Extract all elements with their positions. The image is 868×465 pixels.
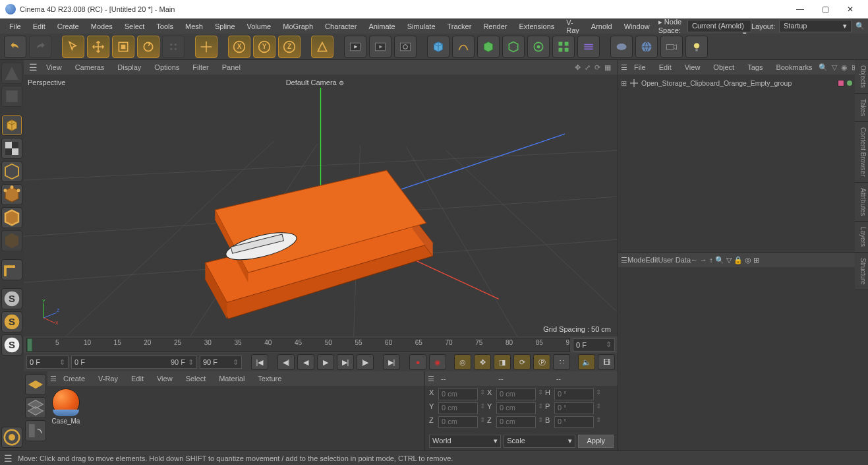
polygon-mode-button[interactable] xyxy=(1,230,22,251)
attr-new-icon[interactable]: ⊞ xyxy=(753,256,759,264)
step-back-button[interactable]: ◀ xyxy=(297,354,314,370)
record-button[interactable]: ● xyxy=(409,354,426,370)
attr-menu-icon[interactable]: ☰ xyxy=(621,256,627,264)
obj-menu-object[interactable]: Object xyxy=(707,61,741,73)
cube-primitive-button[interactable] xyxy=(427,36,449,58)
light-button[interactable] xyxy=(685,36,708,58)
play-button[interactable]: ▶ xyxy=(317,354,334,370)
menu-spline[interactable]: Spline xyxy=(209,20,241,32)
search-icon[interactable]: 🔍 xyxy=(855,22,865,30)
obj-eye-icon[interactable]: ◉ xyxy=(841,63,848,72)
mat-menu-vray[interactable]: V-Ray xyxy=(92,373,125,385)
material-preview-icon[interactable] xyxy=(52,388,80,416)
obj-menu-tags[interactable]: Tags xyxy=(741,61,769,73)
coord-stepper-icon[interactable]: ⇕ xyxy=(537,402,544,414)
menu-volume[interactable]: Volume xyxy=(241,20,277,32)
tab-takes[interactable]: Takes xyxy=(855,94,868,122)
tree-item-label[interactable]: Open_Storage_Clipboard_Orange_Empty_grou… xyxy=(641,79,792,87)
frame-max-field[interactable]: 90 F⇕ xyxy=(200,356,242,369)
frame-current-field[interactable]: 0 F⇕ xyxy=(26,356,69,369)
go-end-button[interactable]: ▶| xyxy=(383,354,400,370)
tree-tag-icon[interactable] xyxy=(838,80,844,86)
key-scale-button[interactable]: ◨ xyxy=(494,354,511,370)
coord-stepper-icon[interactable]: ⇕ xyxy=(479,388,486,400)
obj-menu-bookmarks[interactable]: Bookmarks xyxy=(769,61,819,73)
menu-edit[interactable]: Edit xyxy=(27,20,51,32)
instance-button[interactable] xyxy=(527,36,550,58)
axis-tool[interactable] xyxy=(195,36,217,58)
tree-expand-icon[interactable]: ⊞ xyxy=(621,79,627,88)
menu-character[interactable]: Character xyxy=(319,20,362,32)
mat-menu-create[interactable]: Create xyxy=(57,373,92,385)
object-tree[interactable]: ⊞ Open_Storage_Clipboard_Orange_Empty_gr… xyxy=(618,75,855,253)
status-menu-icon[interactable]: ☰ xyxy=(4,453,13,464)
mat-menu-select[interactable]: Select xyxy=(179,373,213,385)
viewport-menu-icon[interactable]: ☰ xyxy=(26,62,40,73)
coord-menu-icon[interactable]: ☰ xyxy=(428,375,434,383)
step-fwd-button[interactable]: ▶| xyxy=(337,354,354,370)
workplane-mode-button[interactable] xyxy=(1,161,22,182)
model-mode-button[interactable] xyxy=(1,86,22,107)
maximize-button[interactable]: ▢ xyxy=(813,0,838,18)
texture-mode-button[interactable] xyxy=(1,138,22,159)
mat-menu-edit[interactable]: Edit xyxy=(125,373,150,385)
view-menu-view[interactable]: View xyxy=(40,61,69,73)
mat-menu-view[interactable]: View xyxy=(150,373,179,385)
field-button[interactable] xyxy=(577,36,600,58)
obj-filter-icon[interactable]: ▽ xyxy=(832,63,837,72)
tree-row[interactable]: ⊞ Open_Storage_Clipboard_Orange_Empty_gr… xyxy=(621,77,852,89)
coord-value-field[interactable]: 0 ° xyxy=(554,402,594,414)
range-start-field[interactable]: 0 F xyxy=(74,358,85,366)
menu-arnold[interactable]: Arnold xyxy=(585,20,618,32)
render-view-button[interactable] xyxy=(344,36,366,58)
coord-system-button[interactable] xyxy=(311,36,333,58)
attr-nav-back-icon[interactable]: ← xyxy=(691,256,698,264)
tab-content-browser[interactable]: Content Browser xyxy=(855,122,868,182)
go-nextkey-button[interactable]: |▶ xyxy=(357,354,374,370)
attr-target-icon[interactable]: ◎ xyxy=(745,256,751,264)
viewport-nav1-icon[interactable]: ✥ xyxy=(575,63,581,72)
tab-attributes[interactable]: Attributes xyxy=(855,183,868,222)
coord-apply-button[interactable]: Apply xyxy=(578,435,614,448)
subdivision-button[interactable] xyxy=(502,36,525,58)
timeline-ruler[interactable]: 051015202530354045505560657075808590 xyxy=(26,338,570,352)
last-tool[interactable] xyxy=(162,36,185,58)
layout-select[interactable]: Startup ▾ xyxy=(779,20,852,32)
material-menu-icon[interactable]: ☰ xyxy=(50,375,57,383)
rotate-tool[interactable] xyxy=(137,36,159,58)
menu-vray[interactable]: V-Ray xyxy=(560,16,585,36)
tab-layers[interactable]: Layers xyxy=(855,222,868,253)
snap-button[interactable]: S xyxy=(1,288,22,309)
x-axis-button[interactable]: X xyxy=(228,36,250,58)
obj-search-icon[interactable]: 🔍 xyxy=(819,63,828,72)
coord-value-field[interactable]: 0 ° xyxy=(554,416,594,428)
obj-menu-file[interactable]: File xyxy=(627,61,652,73)
go-prevkey-button[interactable]: ◀| xyxy=(277,354,295,370)
obj-menu-edit[interactable]: Edit xyxy=(652,61,678,73)
coord-value-field[interactable]: 0 ° xyxy=(554,388,594,400)
mat-menu-material[interactable]: Material xyxy=(212,373,251,385)
scale-tool[interactable] xyxy=(112,36,134,58)
key-param-button[interactable]: Ⓟ xyxy=(533,354,550,370)
attr-nav-fwd-icon[interactable]: → xyxy=(700,256,707,264)
camera-settings-icon[interactable]: ⚙ xyxy=(339,80,344,86)
coord-space-select[interactable]: World ▾ xyxy=(429,435,501,448)
workplane-snap-button[interactable]: S xyxy=(1,334,22,356)
obj-menu-view[interactable]: View xyxy=(678,61,707,73)
attr-menu-mode[interactable]: Mode xyxy=(627,256,646,264)
spline-primitive-button[interactable] xyxy=(452,36,475,58)
keyframe-sel-button[interactable]: ◎ xyxy=(454,354,471,370)
timeline-end-field[interactable]: 0 F⇕ xyxy=(573,338,615,352)
menu-tools[interactable]: Tools xyxy=(150,20,179,32)
undo-button[interactable] xyxy=(4,36,26,58)
key-rot-button[interactable]: ⟳ xyxy=(513,354,531,370)
tab-objects[interactable]: Objects xyxy=(855,60,868,94)
view-menu-panel[interactable]: Panel xyxy=(216,61,247,73)
redo-button[interactable] xyxy=(29,36,51,58)
menu-mesh[interactable]: Mesh xyxy=(179,20,209,32)
menu-window[interactable]: Window xyxy=(618,20,656,32)
menu-animate[interactable]: Animate xyxy=(362,20,401,32)
picture-viewer-button[interactable] xyxy=(369,36,391,58)
coord-value-field[interactable]: 0 cm xyxy=(438,388,478,400)
y-axis-button[interactable]: Y xyxy=(253,36,275,58)
